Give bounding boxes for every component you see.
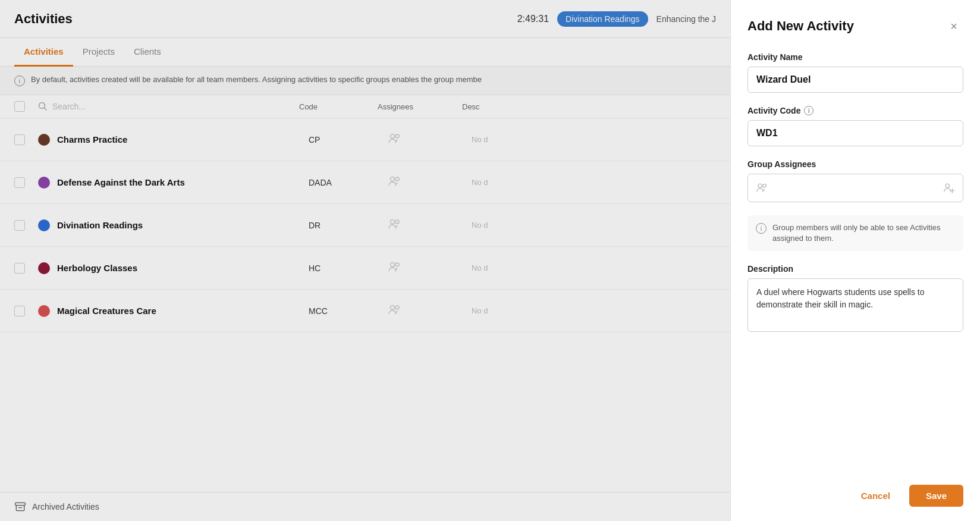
cancel-button[interactable]: Cancel (850, 485, 901, 507)
activity-code-label: Activity Code i (747, 106, 963, 115)
activity-name-label: Activity Name (747, 52, 963, 62)
modal-header: Add New Activity × (747, 17, 963, 36)
activity-code-cell: DR (309, 221, 380, 230)
group-icon (755, 181, 768, 194)
header-time: 2:49:31 (517, 14, 549, 24)
assignees-cell (387, 131, 464, 148)
activity-color-dot (38, 177, 50, 189)
tab-activities[interactable]: Activities (14, 38, 73, 67)
svg-point-15 (946, 184, 949, 187)
description-group: Description A duel where Hogwarts studen… (747, 264, 963, 334)
row-checkbox[interactable] (14, 220, 25, 231)
tab-projects[interactable]: Projects (73, 38, 124, 67)
svg-point-14 (763, 184, 767, 188)
activity-code-group: Activity Code i (747, 106, 963, 146)
select-all-checkbox[interactable] (14, 101, 25, 112)
main-panel: Activities 2:49:31 Divination Readings E… (0, 0, 730, 521)
svg-line-1 (45, 108, 47, 111)
group-assignees-icon (387, 131, 401, 146)
header-right: 2:49:31 Divination Readings Enhancing th… (517, 11, 716, 27)
archived-activities-link[interactable]: Archived Activities (0, 492, 730, 521)
table-row[interactable]: Magical Creatures Care MCC No d (0, 290, 730, 332)
desc-cell: No d (472, 306, 716, 315)
modal-footer: Cancel Save (747, 473, 963, 507)
activity-name: Magical Creatures Care (57, 306, 301, 316)
info-banner-text: By default, activities created will be a… (31, 75, 482, 84)
svg-point-11 (395, 306, 399, 309)
group-assignees-input[interactable] (747, 174, 963, 202)
svg-point-4 (391, 177, 395, 181)
add-activity-modal: Add New Activity × Activity Name Activit… (730, 0, 980, 521)
group-assignees-icon (387, 303, 401, 317)
svg-point-3 (395, 134, 399, 138)
group-info-text: Group members will only be able to see A… (772, 222, 955, 244)
activity-name: Divination Readings (57, 220, 301, 230)
table-row[interactable]: Herbology Classes HC No d (0, 247, 730, 290)
add-assignee-icon[interactable] (943, 181, 956, 194)
tab-clients[interactable]: Clients (124, 38, 171, 67)
search-icon (38, 102, 48, 111)
svg-point-6 (391, 219, 395, 224)
svg-point-8 (391, 262, 395, 266)
group-assignees-label: Group Assignees (747, 159, 963, 169)
group-assignees-icon (387, 174, 401, 189)
activity-color-dot (38, 134, 50, 146)
activity-color-dot (38, 305, 50, 317)
description-label: Description (747, 264, 963, 274)
select-all-cell (14, 101, 31, 112)
desc-cell: No d (472, 263, 716, 272)
row-checkbox[interactable] (14, 263, 25, 274)
activity-code-cell: CP (309, 135, 380, 145)
col-header-assignees: Assignees (378, 102, 455, 111)
search-box[interactable]: Search... (38, 102, 292, 111)
row-checkbox[interactable] (14, 177, 25, 188)
header-subtitle: Enhancing the J (657, 14, 716, 24)
svg-point-13 (758, 184, 762, 187)
svg-point-5 (395, 177, 399, 181)
col-header-desc: Desc (462, 102, 716, 111)
activity-color-dot (38, 219, 50, 231)
archived-activities-label: Archived Activities (32, 502, 99, 511)
svg-point-2 (391, 134, 395, 138)
assignees-cell (387, 260, 464, 277)
active-timer-badge[interactable]: Divination Readings (557, 11, 648, 27)
activity-name-input[interactable] (747, 67, 963, 93)
row-checkbox[interactable] (14, 306, 25, 316)
activity-name: Defense Against the Dark Arts (57, 177, 301, 187)
activity-name: Herbology Classes (57, 263, 301, 273)
group-info-box: i Group members will only be able to see… (747, 215, 963, 251)
info-icon: i (14, 76, 25, 86)
description-textarea[interactable]: A duel where Hogwarts students use spell… (747, 278, 963, 332)
desc-cell: No d (472, 221, 716, 230)
info-banner: i By default, activities created will be… (0, 67, 730, 95)
activity-code-info-icon[interactable]: i (804, 106, 813, 115)
modal-title: Add New Activity (747, 18, 854, 34)
activity-name: Charms Practice (57, 134, 301, 145)
activities-table: Charms Practice CP No d Defense Against … (0, 118, 730, 492)
activity-code-input[interactable] (747, 120, 963, 146)
row-checkbox[interactable] (14, 134, 25, 145)
activity-code-cell: HC (309, 263, 380, 273)
table-row[interactable]: Charms Practice CP No d (0, 118, 730, 161)
table-header-row: Search... Code Assignees Desc (0, 95, 730, 118)
close-modal-button[interactable]: × (944, 17, 963, 36)
table-row[interactable]: Defense Against the Dark Arts DADA No d (0, 161, 730, 204)
activity-color-dot (38, 262, 50, 274)
page-title: Activities (14, 11, 73, 27)
activity-code-cell: DADA (309, 178, 380, 187)
assignees-cell (387, 174, 464, 191)
svg-rect-12 (15, 503, 26, 505)
search-placeholder: Search... (52, 102, 86, 111)
nav-tabs: Activities Projects Clients (0, 38, 730, 67)
svg-point-10 (391, 305, 395, 309)
svg-point-7 (395, 220, 399, 224)
group-assignees-icon (387, 217, 401, 231)
table-row[interactable]: Divination Readings DR No d (0, 204, 730, 247)
activity-name-group: Activity Name (747, 52, 963, 93)
activity-code-cell: MCC (309, 306, 380, 316)
group-assignees-group: Group Assignees (747, 159, 963, 202)
save-button[interactable]: Save (909, 485, 963, 507)
svg-point-9 (395, 263, 399, 266)
desc-cell: No d (472, 135, 716, 144)
col-header-code: Code (299, 102, 370, 111)
